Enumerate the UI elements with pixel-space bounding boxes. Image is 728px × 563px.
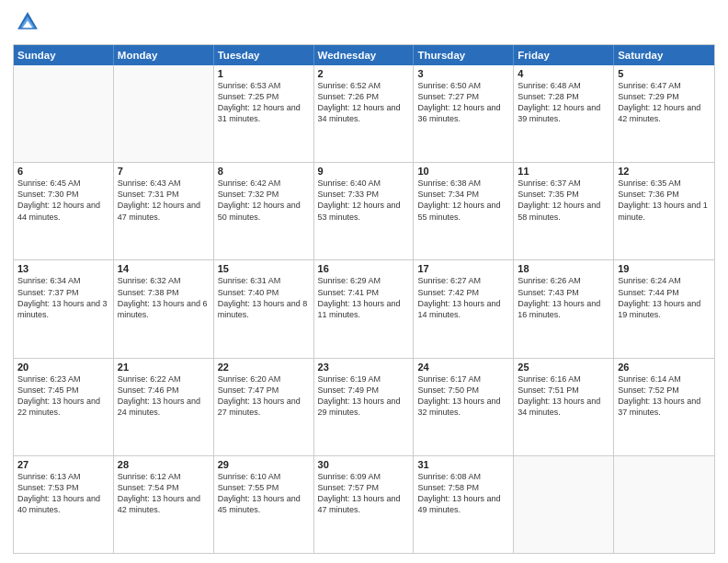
day-info: Sunrise: 6:22 AMSunset: 7:46 PMDaylight:…	[118, 373, 210, 419]
day-info: Sunrise: 6:47 AMSunset: 7:29 PMDaylight:…	[618, 80, 711, 125]
day-number: 13	[17, 263, 109, 274]
logo-icon	[15, 9, 40, 35]
calendar-day-7: 7Sunrise: 6:43 AMSunset: 7:31 PMDaylight…	[114, 163, 214, 259]
calendar-day-23: 23Sunrise: 6:19 AMSunset: 7:49 PMDayligh…	[314, 359, 415, 455]
day-info: Sunrise: 6:09 AMSunset: 7:57 PMDaylight:…	[318, 471, 410, 516]
calendar-day-15: 15Sunrise: 6:31 AMSunset: 7:40 PMDayligh…	[214, 260, 314, 357]
day-info: Sunrise: 6:42 AMSunset: 7:32 PMDaylight:…	[218, 178, 310, 223]
header-day-tuesday: Tuesday	[214, 45, 314, 65]
logo	[13, 9, 40, 39]
calendar-day-10: 10Sunrise: 6:38 AMSunset: 7:34 PMDayligh…	[414, 163, 514, 259]
calendar-day-1: 1Sunrise: 6:53 AMSunset: 7:25 PMDaylight…	[214, 65, 314, 162]
calendar-day-29: 29Sunrise: 6:10 AMSunset: 7:55 PMDayligh…	[214, 456, 314, 553]
header-day-saturday: Saturday	[614, 45, 714, 65]
header-day-friday: Friday	[514, 45, 614, 65]
day-number: 5	[618, 68, 711, 79]
calendar-day-19: 19Sunrise: 6:24 AMSunset: 7:44 PMDayligh…	[614, 260, 714, 357]
day-info: Sunrise: 6:19 AMSunset: 7:49 PMDaylight:…	[318, 373, 410, 419]
day-number: 19	[618, 263, 711, 274]
calendar-empty-cell	[514, 456, 614, 553]
day-info: Sunrise: 6:34 AMSunset: 7:37 PMDaylight:…	[17, 275, 109, 320]
day-info: Sunrise: 6:14 AMSunset: 7:52 PMDaylight:…	[618, 373, 711, 419]
day-number: 26	[618, 362, 711, 373]
calendar-day-30: 30Sunrise: 6:09 AMSunset: 7:57 PMDayligh…	[314, 456, 415, 553]
calendar: SundayMondayTuesdayWednesdayThursdayFrid…	[13, 44, 715, 554]
day-info: Sunrise: 6:12 AMSunset: 7:54 PMDaylight:…	[118, 471, 210, 516]
day-number: 1	[218, 68, 310, 79]
day-number: 9	[318, 166, 410, 177]
day-info: Sunrise: 6:17 AMSunset: 7:50 PMDaylight:…	[417, 373, 509, 419]
calendar-day-26: 26Sunrise: 6:14 AMSunset: 7:52 PMDayligh…	[614, 359, 714, 455]
day-number: 15	[218, 263, 310, 274]
day-number: 6	[17, 166, 109, 177]
day-number: 25	[518, 362, 609, 373]
calendar-day-4: 4Sunrise: 6:48 AMSunset: 7:28 PMDaylight…	[514, 65, 614, 162]
calendar-empty-cell	[614, 456, 714, 553]
day-info: Sunrise: 6:20 AMSunset: 7:47 PMDaylight:…	[218, 373, 310, 419]
calendar-day-2: 2Sunrise: 6:52 AMSunset: 7:26 PMDaylight…	[314, 65, 415, 162]
calendar-day-27: 27Sunrise: 6:13 AMSunset: 7:53 PMDayligh…	[14, 456, 114, 553]
day-info: Sunrise: 6:35 AMSunset: 7:36 PMDaylight:…	[618, 178, 711, 223]
calendar-day-14: 14Sunrise: 6:32 AMSunset: 7:38 PMDayligh…	[114, 260, 214, 357]
day-info: Sunrise: 6:24 AMSunset: 7:44 PMDaylight:…	[618, 275, 711, 320]
day-number: 10	[417, 166, 509, 177]
calendar-empty-cell	[114, 65, 214, 162]
calendar-empty-cell	[14, 65, 114, 162]
calendar-day-3: 3Sunrise: 6:50 AMSunset: 7:27 PMDaylight…	[414, 65, 514, 162]
calendar-week-2: 6Sunrise: 6:45 AMSunset: 7:30 PMDaylight…	[14, 162, 714, 259]
day-info: Sunrise: 6:45 AMSunset: 7:30 PMDaylight:…	[17, 178, 109, 223]
day-number: 30	[318, 459, 410, 470]
calendar-day-25: 25Sunrise: 6:16 AMSunset: 7:51 PMDayligh…	[514, 359, 614, 455]
day-number: 24	[417, 362, 509, 373]
day-info: Sunrise: 6:32 AMSunset: 7:38 PMDaylight:…	[118, 275, 210, 320]
day-info: Sunrise: 6:16 AMSunset: 7:51 PMDaylight:…	[518, 373, 609, 419]
calendar-week-3: 13Sunrise: 6:34 AMSunset: 7:37 PMDayligh…	[14, 259, 714, 357]
day-info: Sunrise: 6:23 AMSunset: 7:45 PMDaylight:…	[17, 373, 109, 419]
day-info: Sunrise: 6:13 AMSunset: 7:53 PMDaylight:…	[17, 471, 109, 516]
calendar-day-12: 12Sunrise: 6:35 AMSunset: 7:36 PMDayligh…	[614, 163, 714, 259]
day-number: 11	[518, 166, 609, 177]
calendar-day-17: 17Sunrise: 6:27 AMSunset: 7:42 PMDayligh…	[414, 260, 514, 357]
calendar-day-21: 21Sunrise: 6:22 AMSunset: 7:46 PMDayligh…	[114, 359, 214, 455]
day-number: 18	[518, 263, 609, 274]
calendar-day-28: 28Sunrise: 6:12 AMSunset: 7:54 PMDayligh…	[114, 456, 214, 553]
day-number: 14	[118, 263, 210, 274]
day-number: 27	[17, 459, 109, 470]
calendar-day-16: 16Sunrise: 6:29 AMSunset: 7:41 PMDayligh…	[314, 260, 415, 357]
calendar-body: 1Sunrise: 6:53 AMSunset: 7:25 PMDaylight…	[14, 65, 714, 553]
calendar-day-18: 18Sunrise: 6:26 AMSunset: 7:43 PMDayligh…	[514, 260, 614, 357]
day-number: 22	[218, 362, 310, 373]
day-number: 3	[417, 68, 509, 79]
day-number: 20	[17, 362, 109, 373]
day-info: Sunrise: 6:26 AMSunset: 7:43 PMDaylight:…	[518, 275, 609, 320]
calendar-day-11: 11Sunrise: 6:37 AMSunset: 7:35 PMDayligh…	[514, 163, 614, 259]
day-info: Sunrise: 6:40 AMSunset: 7:33 PMDaylight:…	[318, 178, 410, 223]
calendar-day-13: 13Sunrise: 6:34 AMSunset: 7:37 PMDayligh…	[14, 260, 114, 357]
calendar-week-5: 27Sunrise: 6:13 AMSunset: 7:53 PMDayligh…	[14, 455, 714, 553]
day-number: 21	[118, 362, 210, 373]
day-number: 7	[118, 166, 210, 177]
day-info: Sunrise: 6:53 AMSunset: 7:25 PMDaylight:…	[218, 80, 310, 125]
day-info: Sunrise: 6:10 AMSunset: 7:55 PMDaylight:…	[218, 471, 310, 516]
header-day-wednesday: Wednesday	[314, 45, 415, 65]
day-info: Sunrise: 6:50 AMSunset: 7:27 PMDaylight:…	[417, 80, 509, 125]
calendar-header: SundayMondayTuesdayWednesdayThursdayFrid…	[14, 45, 714, 65]
day-number: 31	[417, 459, 509, 470]
calendar-day-6: 6Sunrise: 6:45 AMSunset: 7:30 PMDaylight…	[14, 163, 114, 259]
day-number: 29	[218, 459, 310, 470]
calendar-day-8: 8Sunrise: 6:42 AMSunset: 7:32 PMDaylight…	[214, 163, 314, 259]
calendar-day-22: 22Sunrise: 6:20 AMSunset: 7:47 PMDayligh…	[214, 359, 314, 455]
day-number: 16	[318, 263, 410, 274]
calendar-day-9: 9Sunrise: 6:40 AMSunset: 7:33 PMDaylight…	[314, 163, 415, 259]
day-number: 23	[318, 362, 410, 373]
day-info: Sunrise: 6:52 AMSunset: 7:26 PMDaylight:…	[318, 80, 410, 125]
calendar-week-4: 20Sunrise: 6:23 AMSunset: 7:45 PMDayligh…	[14, 358, 714, 455]
header-day-monday: Monday	[114, 45, 214, 65]
page-header	[13, 9, 715, 39]
day-info: Sunrise: 6:43 AMSunset: 7:31 PMDaylight:…	[118, 178, 210, 223]
day-info: Sunrise: 6:48 AMSunset: 7:28 PMDaylight:…	[518, 80, 609, 125]
calendar-day-20: 20Sunrise: 6:23 AMSunset: 7:45 PMDayligh…	[14, 359, 114, 455]
day-info: Sunrise: 6:27 AMSunset: 7:42 PMDaylight:…	[417, 275, 509, 320]
day-info: Sunrise: 6:08 AMSunset: 7:58 PMDaylight:…	[417, 471, 509, 516]
day-number: 8	[218, 166, 310, 177]
